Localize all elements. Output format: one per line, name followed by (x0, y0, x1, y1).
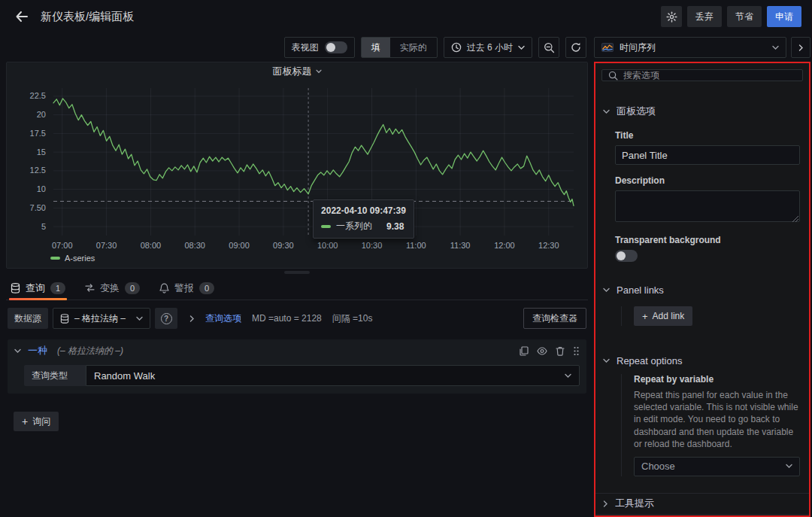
query-options-link[interactable]: 查询选项 (205, 312, 241, 325)
editor-tabs: 查询 1 变换 0 警报 0 (6, 276, 588, 300)
section-legend[interactable]: 传奇 (595, 514, 809, 517)
chevron-down-icon (518, 45, 525, 50)
section-tooltip[interactable]: 工具提示 (595, 493, 809, 514)
tab-query-count: 1 (50, 282, 65, 294)
add-link-button[interactable]: + Add link (634, 306, 692, 326)
actual-option[interactable]: 实际的 (390, 38, 437, 57)
fill-option[interactable]: 填 (362, 38, 390, 57)
collapse-options-button[interactable] (791, 37, 810, 58)
panel-description-textarea[interactable] (615, 190, 800, 222)
query-type-value: Random Walk (94, 370, 155, 382)
arrow-left-icon (15, 11, 29, 23)
svg-text:10:00: 10:00 (317, 241, 338, 250)
section-panel-options-label: 面板选项 (617, 105, 656, 118)
visualization-picker[interactable]: 时间序列 (594, 37, 786, 58)
topbar-actions: 丢弃 节省 申请 (661, 6, 801, 27)
tab-alert-count: 0 (199, 282, 214, 294)
drag-pill (284, 271, 310, 274)
repeat-options-body: Repeat by variable Repeat this panel for… (595, 373, 809, 485)
panel-title-input[interactable] (615, 145, 800, 165)
panel-title-menu[interactable]: 面板标题 (7, 62, 587, 81)
section-panel-links[interactable]: Panel links (595, 276, 809, 302)
table-view-toggle[interactable] (325, 41, 347, 53)
section-panel-links-label: Panel links (617, 284, 664, 296)
edit-area: 表视图 填 实际的 过去 6 小时 (0, 33, 594, 517)
eye-icon[interactable] (537, 347, 547, 355)
resize-grip-icon[interactable] (792, 216, 798, 222)
options-search-input[interactable] (623, 70, 796, 81)
svg-text:08:30: 08:30 (184, 241, 205, 250)
tab-alert[interactable]: 警报 0 (158, 276, 216, 300)
description-field-label: Description (615, 175, 800, 186)
back-button[interactable] (11, 5, 33, 28)
legend-swatch (50, 257, 60, 260)
query-editor: 数据源 – 格拉法纳 – ? 查询选项 (6, 300, 588, 517)
query-type-select[interactable]: Random Walk (86, 365, 580, 386)
datasource-picker[interactable]: – 格拉法纳 – (53, 308, 150, 329)
options-search[interactable] (601, 69, 803, 81)
transform-icon (85, 283, 95, 293)
transparent-bg-toggle[interactable] (615, 250, 638, 262)
query-row-card: 一种 (– 格拉法纳的 –) (8, 339, 586, 394)
apply-button[interactable]: 申请 (767, 6, 801, 27)
repeat-variable-placeholder: Choose (641, 461, 675, 472)
panel-title: 面板标题 (273, 65, 312, 78)
tooltip-value: 9.38 (386, 221, 404, 232)
plus-icon: + (22, 415, 28, 427)
panel-resize-handle[interactable] (6, 269, 588, 276)
datasource-help-button[interactable]: ? (155, 308, 177, 329)
tab-transform-label: 变换 (100, 281, 120, 295)
tab-query[interactable]: 查询 1 (9, 276, 67, 300)
series-swatch (321, 225, 331, 228)
database-icon (60, 314, 69, 324)
settings-button[interactable] (661, 6, 682, 27)
database-icon (11, 283, 20, 293)
tab-transform[interactable]: 变换 0 (83, 276, 141, 300)
chart-tooltip: 2022-04-10 09:47:39 一系列的 9.38 (313, 199, 414, 239)
chevron-down-icon (565, 373, 571, 379)
chart-canvas: 57.501012.51517.52022.507:0007:3008:0008… (13, 81, 581, 254)
refresh-button[interactable] (565, 37, 586, 58)
svg-text:07:00: 07:00 (52, 241, 73, 250)
time-range-label: 过去 6 小时 (467, 41, 513, 54)
query-row-header[interactable]: 一种 (– 格拉法纳的 –) (8, 339, 586, 362)
svg-text:10: 10 (37, 184, 46, 193)
add-link-label: Add link (653, 311, 685, 321)
section-panel-options[interactable]: 面板选项 (595, 96, 809, 124)
collapsed-sections: 工具提示 传奇 图表样式 (595, 493, 809, 517)
add-query-button[interactable]: + 询问 (14, 412, 59, 431)
save-button[interactable]: 节省 (727, 6, 762, 27)
zoom-out-button[interactable] (538, 37, 559, 58)
tooltip-time: 2022-04-10 09:47:39 (321, 205, 406, 216)
query-row-body: 查询类型 Random Walk (8, 362, 586, 394)
clock-icon (451, 42, 462, 53)
svg-text:5: 5 (41, 222, 46, 231)
time-series-chart[interactable]: 57.501012.51517.52022.507:0007:3008:0008… (7, 81, 587, 254)
chart-panel: 面板标题 57.501012.51517.52022.507:0007:3008… (6, 62, 588, 269)
bell-icon (159, 283, 169, 293)
svg-text:20: 20 (37, 110, 46, 119)
trash-icon[interactable] (556, 346, 565, 356)
query-options-toggle[interactable]: 查询选项 MD =auto = 2128 间隔 =10s (189, 312, 372, 325)
tab-query-label: 查询 (26, 281, 45, 295)
chart-legend[interactable]: A-series (7, 254, 587, 263)
svg-text:22.5: 22.5 (30, 91, 46, 100)
section-repeat-options[interactable]: Repeat options (595, 347, 809, 373)
svg-text:12.5: 12.5 (30, 166, 46, 175)
page-title: 新仪表板/编辑面板 (41, 10, 134, 24)
panel-toolbar: 表视图 填 实际的 过去 6 小时 (6, 33, 588, 62)
drag-handle-icon[interactable] (573, 346, 580, 356)
visualization-label: 时间序列 (620, 41, 656, 54)
query-options-interval: 间隔 =10s (332, 312, 373, 325)
chevron-down-icon (136, 316, 143, 321)
duplicate-icon[interactable] (519, 346, 529, 356)
query-ref-id: 一种 (28, 344, 47, 357)
time-range-picker[interactable]: 过去 6 小时 (444, 37, 532, 58)
datasource-value: – 格拉法纳 – (74, 312, 126, 325)
title-field-label: Title (615, 130, 800, 141)
repeat-variable-select[interactable]: Choose (634, 457, 800, 476)
query-datasource-hint: (– 格拉法纳的 –) (57, 345, 123, 357)
discard-button[interactable]: 丢弃 (687, 6, 722, 27)
time-series-icon (601, 43, 614, 52)
query-inspector-button[interactable]: 查询检查器 (523, 308, 586, 329)
